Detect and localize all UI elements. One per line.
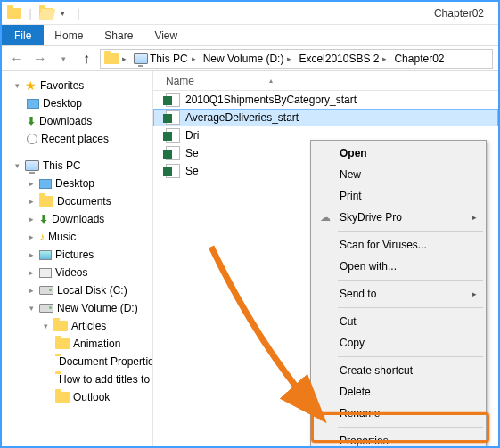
tree-desktop[interactable]: Desktop xyxy=(2,94,152,112)
tree-article-outlook[interactable]: Outlook xyxy=(2,388,152,406)
separator xyxy=(338,231,483,232)
file-tab[interactable]: File xyxy=(2,25,44,45)
list-item[interactable]: 2010Q1ShipmentsByCategory_start xyxy=(153,91,498,109)
tree-articles[interactable]: ▾Articles xyxy=(2,317,152,335)
ctx-create-shortcut[interactable]: Create shortcut xyxy=(313,360,484,381)
excel-file-icon xyxy=(166,146,180,160)
ctx-new[interactable]: New xyxy=(313,164,484,185)
chevron-right-icon[interactable]: ▸ xyxy=(190,54,198,63)
tree-downloads[interactable]: ⬇Downloads xyxy=(2,112,152,130)
tree-pc-music[interactable]: ▸♪Music xyxy=(2,228,152,246)
separator xyxy=(338,307,483,308)
folder-icon xyxy=(104,52,119,66)
tree-pc-videos[interactable]: ▸Videos xyxy=(2,264,152,281)
ctx-properties[interactable]: Properties xyxy=(313,430,484,448)
column-header[interactable]: Name ▴ xyxy=(153,71,498,91)
pc-icon xyxy=(134,52,148,66)
qat-separator: | xyxy=(71,6,86,20)
up-button[interactable]: ↑ xyxy=(77,49,96,69)
ctx-rename[interactable]: Rename xyxy=(313,403,484,424)
folder-icon xyxy=(39,196,53,207)
tree-article-titles[interactable]: How to add titles to Excel charts xyxy=(2,371,152,388)
download-icon: ⬇ xyxy=(39,213,48,225)
tree-recent[interactable]: Recent places xyxy=(2,130,152,148)
star-icon: ★ xyxy=(25,78,37,93)
cloud-icon: ☁ xyxy=(318,210,332,224)
clock-icon xyxy=(27,134,37,144)
forward-button: → xyxy=(30,49,50,69)
context-menu: Open New Print ☁SkyDrive Pro Scan for Vi… xyxy=(310,140,487,448)
crumb-current[interactable]: Chapter02 xyxy=(394,53,444,65)
music-icon: ♪ xyxy=(39,231,45,243)
back-button[interactable]: ← xyxy=(7,49,27,69)
title-bar: | ▾ | Chapter02 xyxy=(2,2,498,25)
ctx-send-to[interactable]: Send to xyxy=(313,283,484,305)
column-name[interactable]: Name xyxy=(166,75,194,87)
desktop-icon xyxy=(39,179,52,189)
tree-pc-documents[interactable]: ▸Documents xyxy=(2,192,152,210)
chevron-right-icon[interactable]: ▸ xyxy=(120,54,128,63)
drive-icon xyxy=(39,304,53,313)
crumb-this-pc[interactable]: This PC xyxy=(150,53,188,65)
tree-favorites[interactable]: ▾★Favorites xyxy=(2,77,152,94)
folder-open-icon[interactable] xyxy=(39,6,53,20)
home-tab[interactable]: Home xyxy=(44,25,94,45)
tree-article-docprops[interactable]: Document Properties in Excel xyxy=(2,353,152,371)
tree-pc-downloads[interactable]: ▸⬇Downloads xyxy=(2,210,152,228)
address-bar: ← → ▾ ↑ ▸ This PC▸ New Volume (D:)▸ Exce… xyxy=(2,46,498,71)
folder-icon xyxy=(55,338,70,349)
crumb-volume[interactable]: New Volume (D:) xyxy=(203,53,284,65)
folder-icon xyxy=(7,6,21,20)
tree-pc-pictures[interactable]: ▸Pictures xyxy=(2,246,152,264)
excel-file-icon xyxy=(166,128,180,143)
folder-icon xyxy=(53,321,68,331)
pc-icon xyxy=(25,160,39,171)
folder-icon xyxy=(55,392,70,403)
chevron-right-icon[interactable]: ▸ xyxy=(381,54,389,63)
recent-locations-button[interactable]: ▾ xyxy=(53,49,73,69)
tree-pc-desktop[interactable]: ▸Desktop xyxy=(2,175,152,192)
view-tab[interactable]: View xyxy=(143,25,188,45)
ctx-open-with[interactable]: Open with... xyxy=(313,256,484,277)
drive-icon xyxy=(39,286,53,295)
excel-file-icon xyxy=(166,110,180,125)
excel-file-icon xyxy=(166,93,180,107)
sort-indicator-icon: ▴ xyxy=(269,77,273,85)
ribbon-tabs: File Home Share View xyxy=(2,25,498,46)
tree-this-pc[interactable]: ▾This PC xyxy=(2,157,152,175)
ctx-print[interactable]: Print xyxy=(313,185,484,207)
download-icon: ⬇ xyxy=(27,115,36,127)
quick-access-toolbar: | ▾ | xyxy=(7,6,86,20)
navigation-pane[interactable]: ▾★Favorites Desktop ⬇Downloads Recent pl… xyxy=(2,71,153,446)
separator xyxy=(338,356,483,357)
videos-icon xyxy=(39,268,52,278)
chevron-right-icon[interactable]: ▸ xyxy=(285,54,293,63)
pictures-icon xyxy=(39,250,52,260)
share-tab[interactable]: Share xyxy=(94,25,143,45)
tree-local-disk[interactable]: ▸Local Disk (C:) xyxy=(2,281,152,299)
ctx-copy[interactable]: Copy xyxy=(313,332,484,354)
ctx-cut[interactable]: Cut xyxy=(313,311,484,332)
tree-article-animation[interactable]: Animation xyxy=(2,335,152,353)
breadcrumb[interactable]: ▸ This PC▸ New Volume (D:)▸ Excel2010SBS… xyxy=(100,49,493,69)
ctx-open[interactable]: Open xyxy=(313,143,484,164)
tree-new-volume[interactable]: ▾New Volume (D:) xyxy=(2,299,152,317)
qat-separator: | xyxy=(23,6,37,20)
window-title: Chapter02 xyxy=(91,7,493,20)
ctx-delete[interactable]: Delete xyxy=(313,381,484,403)
desktop-icon xyxy=(27,99,39,109)
ctx-skydrive[interactable]: ☁SkyDrive Pro xyxy=(313,207,484,228)
excel-file-icon xyxy=(166,164,180,178)
list-item[interactable]: AverageDeliveries_start xyxy=(153,109,498,126)
crumb-folder[interactable]: Excel2010SBS 2 xyxy=(299,53,379,65)
separator xyxy=(338,280,483,281)
separator xyxy=(338,427,483,428)
chevron-down-icon[interactable]: ▾ xyxy=(55,6,70,20)
ctx-scan[interactable]: Scan for Viruses... xyxy=(313,234,484,256)
